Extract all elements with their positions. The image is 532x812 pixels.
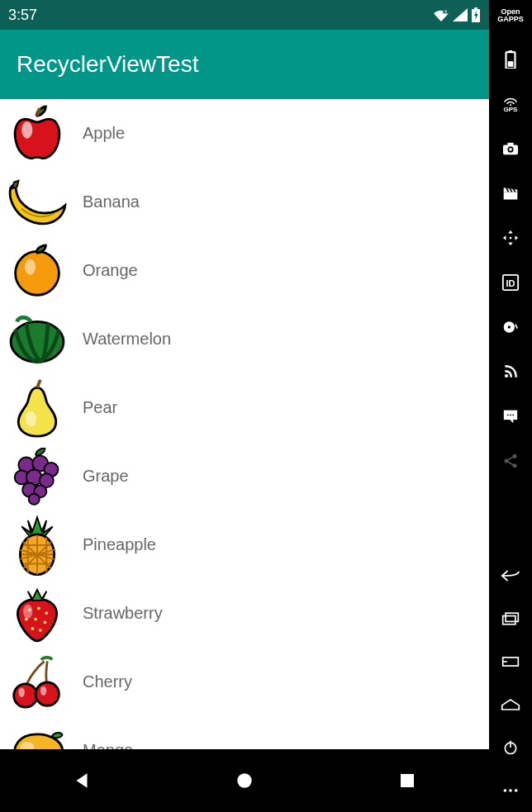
emulator-sidebar: OpenGAPPS GPS ID xyxy=(489,0,532,812)
disc-icon[interactable] xyxy=(501,317,520,337)
sidebar-home-icon[interactable] xyxy=(501,695,520,715)
status-icons: x xyxy=(433,7,481,22)
nav-back-button[interactable] xyxy=(65,764,98,797)
svg-line-63 xyxy=(508,462,514,465)
watermelon-icon xyxy=(3,308,71,371)
svg-point-33 xyxy=(40,686,47,695)
fruit-label: Watermelon xyxy=(71,330,171,349)
root: 3:57 x RecyclerViewTest xyxy=(0,0,532,812)
app-bar: RecyclerViewTest xyxy=(0,30,489,99)
more-icon[interactable] xyxy=(501,781,520,800)
svg-rect-45 xyxy=(504,192,518,199)
banana-icon xyxy=(3,171,71,234)
svg-point-43 xyxy=(509,148,512,151)
svg-point-29 xyxy=(23,604,32,618)
svg-point-35 xyxy=(237,773,251,787)
svg-point-30 xyxy=(14,683,37,706)
svg-point-22 xyxy=(37,606,40,610)
fruit-label: Banana xyxy=(71,192,140,211)
svg-point-53 xyxy=(508,325,511,328)
svg-point-71 xyxy=(509,789,512,792)
svg-rect-65 xyxy=(506,613,518,621)
fruit-label: Pear xyxy=(71,398,117,417)
svg-point-10 xyxy=(26,411,36,426)
svg-point-32 xyxy=(18,687,25,696)
svg-rect-36 xyxy=(401,774,414,787)
strawberry-icon xyxy=(3,582,71,645)
power-icon[interactable] xyxy=(501,738,520,757)
list-item[interactable]: Pineapple xyxy=(0,510,489,579)
svg-line-62 xyxy=(508,457,514,460)
fruit-label: Cherry xyxy=(71,672,132,691)
pear-icon xyxy=(3,377,71,439)
fruit-label: Apple xyxy=(71,124,125,143)
svg-point-57 xyxy=(510,414,511,415)
svg-point-54 xyxy=(505,374,508,378)
cherry-icon xyxy=(3,651,71,714)
message-icon[interactable] xyxy=(501,406,520,426)
fruit-label: Pineapple xyxy=(71,535,156,554)
svg-point-72 xyxy=(515,789,518,792)
list-item[interactable]: Strawberry xyxy=(0,579,489,648)
list-item[interactable]: Cherry xyxy=(0,648,489,716)
fruit-label: Grape xyxy=(71,467,129,486)
nav-recent-button[interactable] xyxy=(391,764,424,797)
status-time: 3:57 xyxy=(8,7,37,24)
svg-text:ID: ID xyxy=(506,278,515,288)
orange-icon xyxy=(3,240,71,302)
list-item[interactable]: Apple xyxy=(0,99,489,168)
share-icon[interactable] xyxy=(501,451,520,471)
svg-point-19 xyxy=(29,493,40,504)
fruit-label: Orange xyxy=(71,261,138,280)
list-item[interactable]: Orange xyxy=(0,236,489,305)
svg-point-49 xyxy=(510,237,512,240)
phone-frame: 3:57 x RecyclerViewTest xyxy=(0,0,489,812)
pineapple-icon xyxy=(3,514,71,577)
svg-rect-64 xyxy=(503,616,515,624)
svg-point-56 xyxy=(507,414,509,415)
camera-icon[interactable] xyxy=(501,139,520,159)
status-bar: 3:57 x xyxy=(0,0,489,30)
opengapps-label[interactable]: OpenGAPPS xyxy=(497,0,524,23)
list-item[interactable]: Pear xyxy=(0,373,489,442)
svg-point-28 xyxy=(39,628,42,631)
svg-point-25 xyxy=(34,617,37,620)
signal-icon xyxy=(453,8,468,21)
svg-point-31 xyxy=(36,682,59,705)
battery-icon xyxy=(471,7,481,22)
gps-icon[interactable]: GPS xyxy=(501,94,520,114)
svg-rect-38 xyxy=(509,50,512,52)
android-nav-bar xyxy=(0,749,489,812)
svg-rect-39 xyxy=(508,61,514,67)
svg-point-26 xyxy=(44,620,47,624)
svg-point-6 xyxy=(16,251,59,295)
fruit-list[interactable]: AppleBananaOrangeWatermelonPearGrapePine… xyxy=(0,99,489,812)
svg-point-70 xyxy=(504,789,507,792)
svg-point-7 xyxy=(25,259,36,274)
battery-sidebar-icon[interactable] xyxy=(501,50,520,69)
list-item[interactable]: Grape xyxy=(0,442,489,510)
id-icon[interactable]: ID xyxy=(501,273,520,292)
svg-point-5 xyxy=(21,121,32,138)
sidebar-back-icon[interactable] xyxy=(501,566,520,586)
sidebar-recent-icon[interactable] xyxy=(501,609,520,629)
grape-icon xyxy=(3,445,71,508)
svg-rect-3 xyxy=(474,7,477,10)
clapper-icon[interactable] xyxy=(501,183,520,203)
wifi-off-icon: x xyxy=(433,8,449,21)
svg-point-23 xyxy=(45,611,48,615)
apple-icon xyxy=(3,102,71,165)
rss-icon[interactable] xyxy=(501,362,520,382)
app-title: RecyclerViewTest xyxy=(17,51,198,78)
nav-home-button[interactable] xyxy=(228,764,261,797)
list-item[interactable]: Watermelon xyxy=(0,305,489,373)
svg-rect-44 xyxy=(507,143,513,146)
sidebar-menu-icon[interactable] xyxy=(501,652,520,672)
move-icon[interactable] xyxy=(501,228,520,248)
svg-point-58 xyxy=(512,414,514,415)
svg-line-9 xyxy=(37,379,40,387)
list-item[interactable]: Banana xyxy=(0,168,489,236)
fruit-label: Strawberry xyxy=(71,604,163,623)
svg-point-27 xyxy=(31,627,34,630)
